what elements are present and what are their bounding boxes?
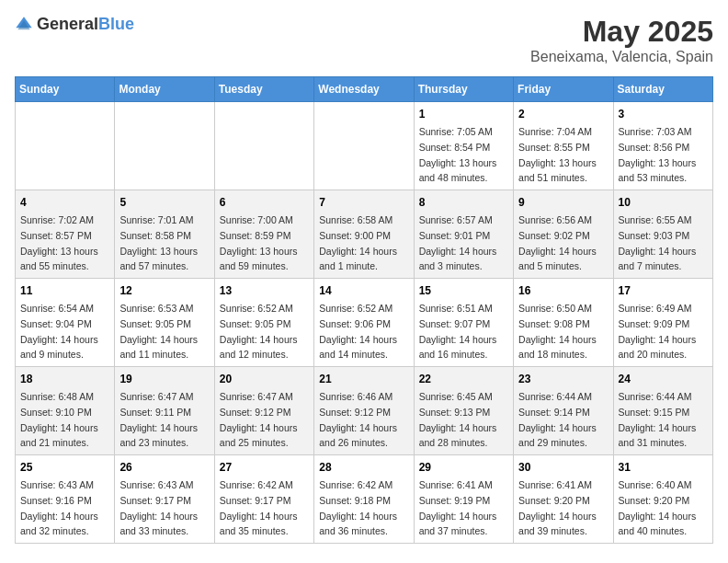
- sunset: Sunset: 9:00 PM: [319, 230, 391, 241]
- header-friday: Friday: [514, 77, 613, 102]
- logo-text: GeneralBlue: [37, 15, 134, 34]
- daylight: Daylight: 14 hours and 36 minutes.: [319, 511, 397, 537]
- sunrise: Sunrise: 7:00 AM: [220, 214, 293, 225]
- daylight: Daylight: 14 hours and 16 minutes.: [419, 334, 497, 361]
- day-number: 4: [20, 194, 109, 211]
- day-number: 19: [119, 371, 209, 387]
- calendar-week-row: 18 Sunrise: 6:48 AM Sunset: 9:10 PM Dayl…: [16, 367, 713, 455]
- daylight: Daylight: 14 hours and 28 minutes.: [419, 422, 497, 449]
- daylight: Daylight: 14 hours and 5 minutes.: [518, 246, 597, 272]
- table-row: 28 Sunrise: 6:42 AM Sunset: 9:18 PM Dayl…: [314, 455, 414, 544]
- calendar-week-row: 1 Sunrise: 7:05 AM Sunset: 8:54 PM Dayli…: [16, 102, 713, 190]
- sunrise: Sunrise: 7:03 AM: [619, 126, 692, 137]
- table-row: 27 Sunrise: 6:42 AM Sunset: 9:17 PM Dayl…: [214, 455, 313, 544]
- daylight: Daylight: 14 hours and 1 minute.: [319, 246, 397, 272]
- daylight: Daylight: 14 hours and 35 minutes.: [220, 511, 298, 537]
- sunrise: Sunrise: 6:41 AM: [419, 479, 493, 490]
- daylight: Daylight: 13 hours and 51 minutes.: [518, 157, 597, 184]
- daylight: Daylight: 14 hours and 21 minutes.: [20, 422, 98, 449]
- day-number: 8: [419, 194, 508, 211]
- page-title: May 2025: [530, 15, 713, 49]
- page-subtitle: Beneixama, Valencia, Spain: [530, 49, 713, 65]
- sunrise: Sunrise: 6:48 AM: [20, 391, 94, 402]
- sunrise: Sunrise: 6:52 AM: [319, 303, 392, 314]
- sunset: Sunset: 9:07 PM: [419, 318, 491, 329]
- table-row: 10 Sunrise: 6:55 AM Sunset: 9:03 PM Dayl…: [613, 190, 712, 279]
- table-row: 5 Sunrise: 7:01 AM Sunset: 8:58 PM Dayli…: [115, 190, 214, 279]
- sunset: Sunset: 9:13 PM: [419, 407, 491, 418]
- table-row: 1 Sunrise: 7:05 AM Sunset: 8:54 PM Dayli…: [414, 102, 513, 190]
- sunset: Sunset: 9:10 PM: [20, 407, 92, 418]
- sunset: Sunset: 9:05 PM: [119, 318, 191, 329]
- table-row: [314, 102, 414, 190]
- daylight: Daylight: 14 hours and 23 minutes.: [119, 422, 198, 449]
- daylight: Daylight: 14 hours and 14 minutes.: [319, 334, 397, 361]
- logo-icon: [15, 16, 33, 34]
- day-number: 3: [619, 106, 708, 122]
- page-header: GeneralBlue May 2025 Beneixama, Valencia…: [15, 15, 713, 65]
- day-number: 18: [20, 371, 109, 387]
- table-row: [115, 102, 214, 190]
- sunrise: Sunrise: 6:44 AM: [518, 391, 592, 402]
- day-number: 30: [518, 459, 608, 476]
- daylight: Daylight: 14 hours and 33 minutes.: [119, 511, 198, 537]
- daylight: Daylight: 14 hours and 31 minutes.: [619, 422, 697, 449]
- sunrise: Sunrise: 6:40 AM: [619, 479, 692, 490]
- day-number: 7: [319, 194, 408, 211]
- table-row: 25 Sunrise: 6:43 AM Sunset: 9:16 PM Dayl…: [16, 455, 115, 544]
- daylight: Daylight: 14 hours and 20 minutes.: [619, 334, 697, 361]
- table-row: 19 Sunrise: 6:47 AM Sunset: 9:11 PM Dayl…: [115, 367, 214, 455]
- daylight: Daylight: 13 hours and 53 minutes.: [619, 157, 697, 184]
- day-number: 6: [220, 194, 309, 211]
- calendar-week-row: 4 Sunrise: 7:02 AM Sunset: 8:57 PM Dayli…: [16, 190, 713, 279]
- sunrise: Sunrise: 6:58 AM: [319, 214, 392, 225]
- sunrise: Sunrise: 7:01 AM: [119, 214, 193, 225]
- sunrise: Sunrise: 6:57 AM: [419, 214, 493, 225]
- sunset: Sunset: 9:02 PM: [518, 230, 590, 241]
- sunrise: Sunrise: 6:56 AM: [518, 214, 592, 225]
- table-row: [16, 102, 115, 190]
- sunset: Sunset: 9:14 PM: [518, 407, 590, 418]
- header-thursday: Thursday: [414, 77, 513, 102]
- sunset: Sunset: 9:03 PM: [619, 230, 690, 241]
- sunset: Sunset: 9:20 PM: [518, 495, 590, 506]
- sunrise: Sunrise: 6:51 AM: [419, 303, 493, 314]
- table-row: 26 Sunrise: 6:43 AM Sunset: 9:17 PM Dayl…: [115, 455, 214, 544]
- table-row: 6 Sunrise: 7:00 AM Sunset: 8:59 PM Dayli…: [214, 190, 313, 279]
- sunset: Sunset: 9:20 PM: [619, 495, 690, 506]
- daylight: Daylight: 14 hours and 18 minutes.: [518, 334, 597, 361]
- sunrise: Sunrise: 6:43 AM: [20, 479, 94, 490]
- table-row: 29 Sunrise: 6:41 AM Sunset: 9:19 PM Dayl…: [414, 455, 513, 544]
- sunset: Sunset: 9:01 PM: [419, 230, 491, 241]
- daylight: Daylight: 14 hours and 11 minutes.: [119, 334, 198, 361]
- sunset: Sunset: 9:12 PM: [319, 407, 391, 418]
- daylight: Daylight: 14 hours and 32 minutes.: [20, 511, 98, 537]
- sunrise: Sunrise: 6:43 AM: [119, 479, 193, 490]
- sunset: Sunset: 9:05 PM: [220, 318, 291, 329]
- table-row: 22 Sunrise: 6:45 AM Sunset: 9:13 PM Dayl…: [414, 367, 513, 455]
- table-row: 21 Sunrise: 6:46 AM Sunset: 9:12 PM Dayl…: [314, 367, 414, 455]
- logo: GeneralBlue: [15, 15, 134, 34]
- calendar-table: Sunday Monday Tuesday Wednesday Thursday…: [15, 76, 713, 544]
- daylight: Daylight: 13 hours and 48 minutes.: [419, 157, 497, 184]
- sunrise: Sunrise: 6:47 AM: [119, 391, 193, 402]
- day-number: 13: [220, 282, 309, 299]
- sunrise: Sunrise: 6:53 AM: [119, 303, 193, 314]
- sunrise: Sunrise: 6:45 AM: [419, 391, 493, 402]
- sunrise: Sunrise: 6:50 AM: [518, 303, 592, 314]
- daylight: Daylight: 14 hours and 25 minutes.: [220, 422, 298, 449]
- day-number: 20: [220, 371, 309, 387]
- table-row: 30 Sunrise: 6:41 AM Sunset: 9:20 PM Dayl…: [514, 455, 613, 544]
- sunset: Sunset: 9:08 PM: [518, 318, 590, 329]
- table-row: 8 Sunrise: 6:57 AM Sunset: 9:01 PM Dayli…: [414, 190, 513, 279]
- daylight: Daylight: 14 hours and 29 minutes.: [518, 422, 597, 449]
- daylight: Daylight: 13 hours and 55 minutes.: [20, 246, 98, 272]
- table-row: [214, 102, 313, 190]
- sunset: Sunset: 8:55 PM: [518, 142, 590, 153]
- sunset: Sunset: 8:58 PM: [119, 230, 191, 241]
- table-row: 17 Sunrise: 6:49 AM Sunset: 9:09 PM Dayl…: [613, 279, 712, 367]
- table-row: 24 Sunrise: 6:44 AM Sunset: 9:15 PM Dayl…: [613, 367, 712, 455]
- sunrise: Sunrise: 6:41 AM: [518, 479, 592, 490]
- calendar-week-row: 11 Sunrise: 6:54 AM Sunset: 9:04 PM Dayl…: [16, 279, 713, 367]
- sunset: Sunset: 9:17 PM: [119, 495, 191, 506]
